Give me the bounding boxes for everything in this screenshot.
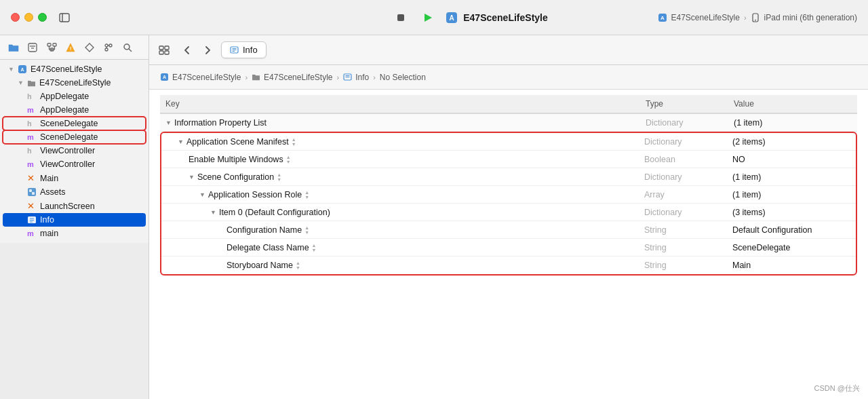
plist-row-2[interactable]: ▼ Scene Configuration ▲ ▼ Dictionary (1 … [161,168,856,186]
sidebar-main-c-label: main [40,229,58,238]
sidebar-item-main-storyboard[interactable]: ✕ Main [3,171,146,185]
stop-button[interactable] [391,8,410,27]
sidebar-item-appdelegate-h[interactable]: h AppDelegate [3,90,146,103]
svg-rect-41 [159,51,163,54]
sidebar-appdelegate-h-label: AppDelegate [40,92,89,101]
sidebar-toolbar: ! [0,35,149,60]
svg-point-25 [105,48,108,51]
minimize-button[interactable] [24,13,33,22]
titlebar-center: A E47SceneLifeStyle [446,12,548,24]
plist-key-1: Enable Multiple Windows ▲ ▼ [161,151,639,168]
search-icon[interactable] [119,39,136,56]
nav-back-button[interactable] [178,41,197,60]
breadcrumb-label-1: E47SceneLifeStyle [172,73,241,82]
run-button[interactable] [418,8,437,27]
disclosure-0: ▼ [178,138,184,145]
sidebar-toggle-button[interactable] [55,8,74,27]
plist-area: Key Type Value ▼ Information Property Li… [149,90,868,399]
project-icon: A [446,12,458,24]
stepper-6[interactable]: ▲ ▼ [312,243,317,252]
breadcrumb-item-2[interactable]: E47SceneLifeStyle [252,73,332,82]
column-headers: Key Type Value [160,95,857,114]
plist-row-6[interactable]: Delegate Class Name ▲ ▼ String SceneDele… [161,239,856,256]
svg-rect-13 [47,43,51,46]
h-icon: h [27,92,37,100]
plist-row-7[interactable]: Storyboard Name ▲ ▼ String Main [161,256,856,274]
sidebar-item-scenedelegate-h[interactable]: h SceneDelegate [3,117,146,130]
sidebar-item-viewcontroller-h[interactable]: h ViewController [3,144,146,157]
breadcrumb-arrow-3: › [373,73,376,81]
plist-key-3: ▼ Application Session Role ▲ ▼ [161,186,639,203]
breadcrumb-item-3[interactable]: Info [343,73,369,82]
svg-text:A: A [163,75,166,79]
assets-icon [27,187,37,197]
stepper-5[interactable]: ▲ ▼ [304,225,309,235]
diamond-icon[interactable] [81,39,98,56]
fullscreen-button[interactable] [38,13,47,22]
breadcrumb-arrow-1: › [245,73,248,81]
plist-row-5[interactable]: Configuration Name ▲ ▼ String Default Co… [161,221,856,239]
traffic-lights [11,13,47,22]
breadcrumb-folder-icon [252,73,260,81]
plist-key-7: Storyboard Name ▲ ▼ [161,256,639,274]
titlebar: A E47SceneLifeStyle A E47SceneLifeStyle … [0,0,868,35]
stepper-2[interactable]: ▲ ▼ [277,172,281,182]
sidebar-item-viewcontroller-m[interactable]: m ViewController [3,157,146,171]
svg-rect-14 [53,43,56,46]
plist-key-2: ▼ Scene Configuration ▲ ▼ [161,168,639,185]
sidebar-item-launchscreen[interactable]: ✕ LaunchScreen [3,199,146,213]
plist-type-7: String [639,256,727,274]
sidebar-item-appdelegate-m[interactable]: m AppDelegate [3,103,146,117]
svg-rect-39 [159,46,163,50]
breadcrumb-arrow-2: › [336,73,339,81]
plist-type-0: Dictionary [639,133,727,150]
sidebar-launchscreen-label: LaunchScreen [40,202,95,211]
stepper-3[interactable]: ▲ ▼ [304,190,309,200]
plist-type-3: Array [639,186,727,203]
stepper-1[interactable]: ▲ ▼ [286,155,291,164]
stepper-0[interactable]: ▲ ▼ [292,137,296,147]
sidebar-item-main-c[interactable]: m main [3,227,146,240]
m-icon: m [27,106,37,114]
plist-row-0[interactable]: ▼ Application Scene Manifest ▲ ▼ Diction… [161,133,856,151]
sidebar-item-scenedelegate-m[interactable]: m SceneDelegate [3,130,146,144]
filter-icon[interactable] [24,39,41,56]
plist-root-value: (1 item) [728,114,857,131]
sidebar-item-info[interactable]: Info [3,213,146,227]
plist-type-4: Dictionary [639,204,727,221]
plist-row-1[interactable]: Enable Multiple Windows ▲ ▼ Boolean NO [161,151,856,168]
svg-marker-3 [425,14,432,22]
project-title: E47SceneLifeStyle [463,12,548,23]
close-button[interactable] [11,13,20,22]
stepper-7[interactable]: ▲ ▼ [296,261,300,270]
root-disclosure: ▼ [165,119,172,126]
device-label: iPad mini (6th generation) [764,13,857,22]
folder-icon[interactable] [5,39,22,56]
sidebar-item-assets[interactable]: Assets [3,185,146,199]
grid-view-button[interactable] [155,41,174,60]
disclosure-3: ▼ [199,191,205,198]
nav-forward-button[interactable] [198,41,217,60]
plist-key-0: ▼ Application Scene Manifest ▲ ▼ [161,133,639,150]
plist-row-3[interactable]: ▼ Application Session Role ▲ ▼ Array (1 … [161,186,856,204]
m-icon-4: m [27,229,37,238]
disclosure-4: ▼ [210,209,216,216]
sidebar-info-label: Info [40,215,54,225]
hierarchy-icon[interactable] [43,39,60,56]
svg-line-29 [129,49,132,52]
plist-value-7: Main [727,256,856,274]
svg-point-23 [105,44,108,47]
plist-row-4[interactable]: ▼ Item 0 (Default Configuration) Diction… [161,204,856,221]
svg-point-28 [124,44,130,50]
plist-key-4: ▼ Item 0 (Default Configuration) [161,204,639,221]
sidebar-item-project-root[interactable]: ▼ A E47SceneLifeStyle [3,62,146,76]
plist-root-row[interactable]: ▼ Information Property List Dictionary (… [160,114,857,132]
breadcrumb-item-1[interactable]: A E47SceneLifeStyle [160,73,241,82]
git-icon[interactable] [100,39,117,56]
folder-small-icon [27,79,36,87]
info-tab[interactable]: Info [221,41,267,58]
sidebar-main-label: Main [40,174,58,183]
warning-icon[interactable]: ! [62,39,79,56]
sidebar-viewcontroller-m-label: ViewController [40,159,95,169]
sidebar-item-group-root[interactable]: ▼ E47SceneLifeStyle [3,76,146,90]
